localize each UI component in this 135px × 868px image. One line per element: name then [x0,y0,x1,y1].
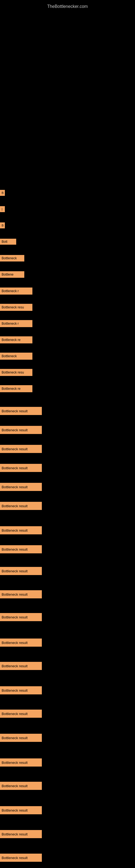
bottleneck-item: Bottleneck result [0,502,42,510]
bottleneck-item: Bottleneck result [0,639,42,647]
bottleneck-item: Bottleneck result [0,782,42,790]
site-title: TheBottlenecker.com [0,1,135,12]
bottleneck-item: Bottleneck result [0,830,42,838]
bottleneck-item: Bottleneck result [0,613,42,621]
bottleneck-item: Bott [0,239,16,245]
bottleneck-item: Bottleneck result [0,686,42,694]
bottleneck-item: Bottleneck result [0,806,42,814]
bottleneck-item: Bottlene [0,271,24,278]
bottleneck-item: Bottleneck resu [0,369,32,376]
bottleneck-item: Bottleneck resu [0,304,32,311]
bottleneck-item: Bottleneck result [0,758,42,767]
bottleneck-item: Bottleneck r [0,287,32,294]
bottleneck-item: Bottleneck result [0,464,42,472]
bottleneck-item: B [0,222,5,228]
bottleneck-item: Bottleneck result [0,426,42,434]
bottleneck-item: Bottleneck result [0,526,42,534]
bottleneck-item: B [0,190,5,196]
bottleneck-item: Bottleneck result [0,567,42,575]
bottleneck-item: Bottleneck result [0,590,42,598]
bottleneck-item: | [0,206,5,212]
bottleneck-item: Bottleneck [0,255,24,261]
bottleneck-item: Bottleneck result [0,734,42,742]
bottleneck-item: Bottleneck result [0,854,42,862]
bottleneck-item: Bottleneck re [0,336,32,343]
bottleneck-item: Bottleneck result [0,662,42,670]
bottleneck-item: Bottleneck result [0,407,42,415]
bottleneck-item: Bottleneck r [0,320,32,327]
bottleneck-item: Bottleneck result [0,445,42,453]
bottleneck-item: Bottleneck result [0,545,42,553]
bottleneck-item: Bottleneck result [0,483,42,491]
bottleneck-item: Bottleneck result [0,710,42,718]
bottleneck-item: Bottleneck re [0,385,32,392]
bottleneck-item: Bottleneck [0,352,32,360]
